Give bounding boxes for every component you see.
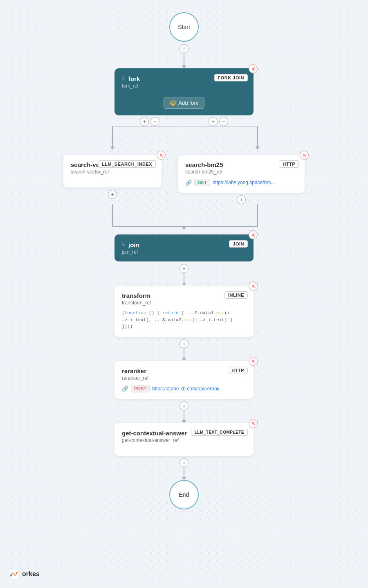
search-vector-ref: search-vector_ref: [71, 169, 154, 175]
transform-arrow: [182, 358, 186, 361]
search-bm25-method: GET: [194, 179, 210, 186]
reranker-section: ✕ reranker reranker_ref HTTP 🔗 POST http…: [114, 361, 254, 423]
svg-point-12: [10, 574, 12, 576]
fork-branch-svg: [41, 126, 327, 155]
start-node[interactable]: Start: [169, 12, 199, 42]
join-section: ✕ ⑂ join jain_ref JOIN +: [114, 233, 254, 286]
search-vector-add[interactable]: +: [108, 190, 117, 199]
fork-left-controls: + −: [140, 117, 159, 126]
fork-section: ✕ ⑂ fork fork_ref FORK JOIN 🔱 Add fork +…: [114, 68, 254, 126]
join-bottom-line: [184, 273, 184, 283]
reranker-url-row: 🔗 POST https://acme-kb.com/api/rerank: [122, 385, 246, 392]
transform-node[interactable]: ✕ transform transform_ref INLINE (functi…: [114, 286, 254, 337]
search-bm25-add[interactable]: +: [237, 195, 246, 204]
reranker-bottom-line: [184, 410, 184, 420]
end-node[interactable]: End: [169, 480, 199, 509]
search-vector-node[interactable]: ✕ search-vector search-vector_ref LLM_SE…: [63, 155, 162, 187]
contextual-section: ✕ get-contextual-answer get-contextual-a…: [114, 423, 254, 480]
search-vector-close[interactable]: ✕: [157, 151, 166, 160]
add-fork-btn[interactable]: 🔱 Add fork: [164, 97, 204, 109]
transform-badge: INLINE: [224, 291, 248, 299]
connector-line-1: [184, 53, 184, 65]
fork-right-minus[interactable]: −: [219, 117, 228, 126]
svg-marker-5: [256, 146, 260, 150]
join-title: join: [128, 241, 139, 248]
start-add-btn[interactable]: +: [180, 44, 188, 53]
orkes-icon: [8, 568, 20, 580]
reranker-close-btn[interactable]: ✕: [249, 357, 258, 366]
join-add-btn[interactable]: +: [180, 264, 188, 273]
search-bm25-branch: ✕ search-bm25 search-bm25_ref HTTP 🔗 GET…: [178, 155, 305, 204]
join-badge: JOIN: [229, 240, 248, 248]
fork-badge: FORK JOIN: [214, 74, 248, 81]
reranker-add-btn[interactable]: +: [180, 401, 188, 410]
fork-left-add[interactable]: +: [140, 117, 149, 126]
orkes-name: orkes: [22, 570, 40, 578]
search-bm25-url-row: 🔗 GET https://labs.yong.space/bm25/que..…: [185, 179, 297, 186]
transform-ref: transform_ref: [122, 300, 246, 306]
contextual-node[interactable]: ✕ get-contextual-answer get-contextual-a…: [114, 423, 254, 456]
fork-title: fork: [128, 75, 140, 82]
flow-container: Start + ✕ ⑂ fork fork_ref FORK JOIN 🔱 Ad…: [0, 0, 368, 534]
fork-icon: ⑂: [122, 75, 126, 82]
join-branch-svg: [41, 204, 327, 233]
reranker-badge: HTTP: [228, 367, 248, 374]
transform-bottom-line: [184, 348, 184, 358]
contextual-ref: get-contextual-answer_ref: [122, 437, 246, 443]
transform-section: ✕ transform transform_ref INLINE (functi…: [114, 286, 254, 361]
join-node[interactable]: ✕ ⑂ join jain_ref JOIN: [114, 234, 254, 261]
search-bm25-url[interactable]: https://labs.yong.space/bm25/que...: [213, 180, 278, 185]
svg-point-13: [16, 572, 18, 573]
join-branch-lines: [41, 204, 327, 233]
reranker-ref: reranker_ref: [122, 375, 246, 381]
start-label: Start: [178, 24, 190, 30]
start-section: Start +: [169, 12, 199, 68]
fork-ref: fork_ref: [122, 83, 246, 89]
join-icon: ⑂: [122, 241, 126, 248]
search-vector-branch: ✕ search-vector search-vector_ref LLM_SE…: [63, 155, 162, 204]
fork-branch-lines: [41, 126, 327, 155]
link-icon-2: 🔗: [122, 385, 128, 392]
end-section: End: [169, 480, 199, 509]
fork-controls: + − + −: [140, 117, 228, 126]
contextual-arrow: [182, 477, 186, 480]
search-bm25-badge: HTTP: [279, 160, 299, 168]
fork-close-btn[interactable]: ✕: [249, 64, 258, 73]
fork-right-controls: + −: [209, 117, 228, 126]
reranker-arrow: [182, 420, 186, 423]
reranker-node[interactable]: ✕ reranker reranker_ref HTTP 🔗 POST http…: [114, 361, 254, 399]
search-bm25-ref: search-bm25_ref: [185, 169, 297, 175]
svg-marker-2: [110, 146, 114, 150]
link-icon-1: 🔗: [185, 180, 192, 186]
join-close-btn[interactable]: ✕: [249, 230, 258, 239]
add-fork-icon: 🔱: [170, 100, 176, 106]
transform-code: (function () { return [ ...$.data1.map(i…: [122, 310, 246, 330]
contextual-close-btn[interactable]: ✕: [249, 419, 258, 428]
join-ref: jain_ref: [122, 249, 246, 255]
transform-add-btn[interactable]: +: [180, 339, 188, 348]
branches-row: ✕ search-vector search-vector_ref LLM_SE…: [41, 155, 327, 204]
fork-left-minus[interactable]: −: [150, 117, 159, 126]
fork-node[interactable]: ✕ ⑂ fork fork_ref FORK JOIN 🔱 Add fork: [114, 68, 254, 115]
search-bm25-close[interactable]: ✕: [300, 151, 309, 160]
contextual-bottom-line: [184, 467, 184, 477]
reranker-method: POST: [131, 385, 150, 392]
reranker-url[interactable]: https://acme-kb.com/api/rerank: [152, 386, 220, 392]
orkes-logo: orkes: [8, 568, 40, 580]
svg-marker-10: [182, 227, 186, 230]
search-vector-badge: LLM_SEARCH_INDEX: [98, 160, 156, 168]
contextual-badge: LLM_TEXT_COMPLETE: [191, 429, 248, 436]
end-label: End: [179, 491, 189, 498]
fork-right-add[interactable]: +: [209, 117, 218, 126]
join-arrow: [182, 283, 186, 286]
arrow-1: [182, 65, 186, 68]
transform-close-btn[interactable]: ✕: [249, 282, 258, 291]
search-bm25-node[interactable]: ✕ search-bm25 search-bm25_ref HTTP 🔗 GET…: [178, 155, 305, 193]
contextual-add-btn[interactable]: +: [180, 458, 188, 467]
add-fork-label: Add fork: [178, 100, 198, 106]
